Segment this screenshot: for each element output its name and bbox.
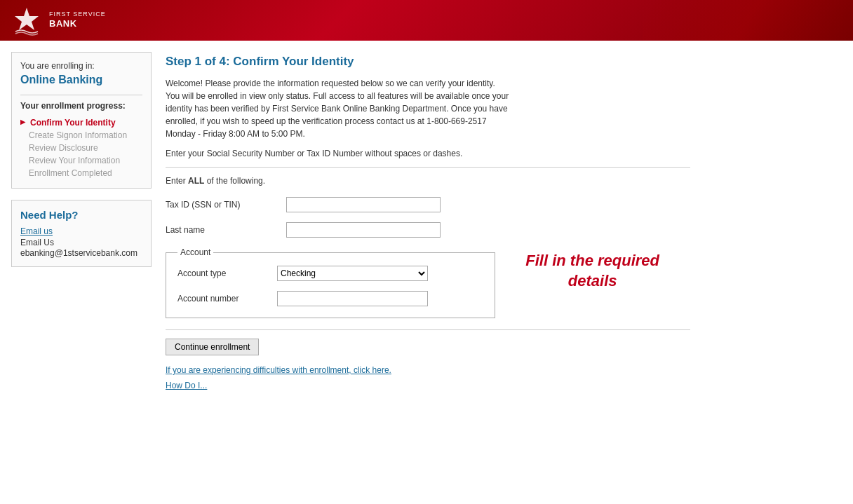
account-type-row: Account type Checking Savings Money Mark… [177,266,483,281]
ssn-instruction: Enter your Social Security Number or Tax… [166,149,690,158]
svg-marker-0 [15,8,39,30]
enter-all-prefix: Enter [166,176,188,186]
email-us-link[interactable]: Email us [20,226,142,236]
page-header: First Service Bank [0,0,853,41]
bottom-divider [166,329,690,330]
bank-name-line2: Bank [49,18,106,30]
email-address: ebanking@1stservicebank.com [20,248,142,258]
progress-label: Your enrollment progress: [20,101,142,111]
bank-name-line1: First Service [49,11,106,19]
tax-id-input[interactable] [286,197,441,212]
progress-steps: Confirm Your Identity Create Signon Info… [20,116,142,179]
email-label: Email Us [20,238,142,247]
enter-all-label: Enter ALL of the following. [166,176,690,186]
tax-id-row: Tax ID (SSN or TIN) [166,197,690,212]
last-name-row: Last name [166,222,690,238]
help-title: Need Help? [20,209,142,221]
enter-all-bold: ALL [188,176,204,186]
how-do-i-link[interactable]: How Do I... [166,381,690,390]
main-layout: You are enrolling in: Online Banking You… [0,41,701,407]
account-fieldset: Account Account type Checking Savings Mo… [166,247,495,318]
logo-text-block: First Service Bank [49,11,106,31]
sidebar: You are enrolling in: Online Banking You… [11,52,152,396]
step-review-disclosure: Review Disclosure [20,142,142,154]
logo-area: First Service Bank [11,5,106,36]
step-title: Step 1 of 4: Confirm Your Identity [166,55,690,69]
account-legend: Account [177,247,213,257]
top-divider [166,167,690,168]
account-number-row: Account number [177,291,483,306]
account-number-input[interactable] [277,291,428,306]
last-name-input[interactable] [286,222,441,238]
enrollment-box: You are enrolling in: Online Banking You… [11,52,152,189]
enrolling-label: You are enrolling in: [20,61,142,71]
main-content: Step 1 of 4: Confirm Your Identity Welco… [166,52,690,396]
step-create-signon: Create Signon Information [20,129,142,142]
account-type-select[interactable]: Checking Savings Money Market [277,266,428,281]
last-name-label: Last name [166,225,278,235]
bank-name: First Service Bank [49,11,106,31]
account-type-label: Account type [177,268,269,278]
help-box: Need Help? Email us Email Us ebanking@1s… [11,200,152,267]
bank-logo-icon [11,5,42,36]
account-number-label: Account number [177,294,269,304]
step-review-information: Review Your Information [20,154,142,167]
tax-id-label: Tax ID (SSN or TIN) [166,200,278,210]
step-enrollment-completed: Enrollment Completed [20,167,142,179]
step-confirm-identity: Confirm Your Identity [20,116,142,129]
service-name: Online Banking [20,74,142,86]
sidebar-divider [20,95,142,95]
continue-enrollment-button[interactable]: Continue enrollment [166,339,259,355]
difficulties-link[interactable]: If you are experiencing difficulties wit… [166,365,690,375]
intro-paragraph: Welcome! Please provide the information … [166,77,509,140]
enter-all-suffix: of the following. [204,176,265,186]
